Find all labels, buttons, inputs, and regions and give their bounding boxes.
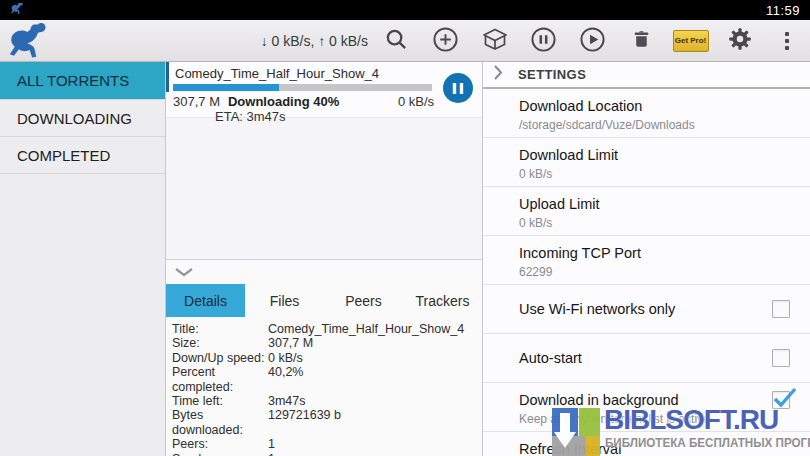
- settings-button[interactable]: [715, 20, 764, 62]
- delete-button[interactable]: [617, 20, 666, 62]
- vuze-app-screen: 11:59 ↓ 0 kB/s, ↑ 0 kB/s: [0, 0, 810, 456]
- torrent-status: Downloading 40%: [228, 94, 339, 109]
- detail-row-bytes: Bytes downloaded:129721639 b: [172, 408, 476, 437]
- search-button[interactable]: [372, 20, 421, 62]
- resume-all-button[interactable]: [568, 20, 617, 62]
- overflow-menu-button[interactable]: [764, 20, 810, 62]
- trash-icon: [630, 27, 653, 54]
- overflow-menu-icon: [785, 32, 789, 50]
- settings-header[interactable]: SETTINGS: [483, 62, 810, 89]
- torrent-name: Comedy_Time_Half_Hour_Show_4: [166, 62, 482, 81]
- settings-gear-icon: [727, 26, 753, 55]
- get-pro-button[interactable]: Get Pro!: [666, 20, 715, 62]
- search-icon: [384, 27, 409, 55]
- setting-wifi-only[interactable]: Use Wi-Fi networks only: [483, 285, 810, 334]
- detail-row-seeds: Seeds:1: [172, 452, 476, 456]
- open-torrent-button[interactable]: [470, 20, 519, 62]
- detail-row-speed: Down/Up speed:0 kB/s: [172, 351, 476, 365]
- add-torrent-button[interactable]: [421, 20, 470, 62]
- torrent-progress-fill: [173, 84, 279, 91]
- torrent-list-panel: Comedy_Time_Half_Hour_Show_4 307,7 M Dow…: [166, 62, 483, 456]
- status-frog-icon: [10, 1, 24, 19]
- detail-row-title: Title:Comedy_Time_Half_Hour_Show_4: [172, 322, 476, 336]
- setting-download-limit[interactable]: Download Limit 0 kB/s: [483, 138, 810, 187]
- resume-all-icon: [579, 26, 606, 56]
- pause-all-button[interactable]: [519, 20, 568, 62]
- tab-details[interactable]: Details: [166, 284, 245, 317]
- tab-trackers[interactable]: Trackers: [403, 284, 482, 317]
- chevron-right-icon: [493, 64, 503, 85]
- sidebar-item-all-torrents[interactable]: ALL TORRENTS: [0, 62, 165, 100]
- pause-all-icon: [530, 26, 557, 56]
- torrent-speed: 0 kB/s: [398, 94, 434, 109]
- watermark-title: BIBLSOFT.RU: [604, 404, 778, 436]
- sidebar-item-downloading[interactable]: DOWNLOADING: [0, 100, 165, 137]
- action-bar: ↓ 0 kB/s, ↑ 0 kB/s: [0, 20, 810, 62]
- detail-row-percent: Percent completed:40,2%: [172, 365, 476, 394]
- biblsoft-watermark: BIBLSOFT.RU БИБЛИОТЕКА БЕСПЛАТНЫХ ПРОГРА…: [552, 404, 810, 456]
- transfer-speed-label: ↓ 0 kB/s, ↑ 0 kB/s: [261, 33, 368, 49]
- vuze-frog-logo: [0, 22, 56, 60]
- get-pro-badge: Get Pro!: [673, 30, 709, 52]
- chevron-down-icon: [174, 263, 194, 281]
- torrent-pause-button[interactable]: [443, 73, 473, 103]
- detail-row-size: Size:307,7 M: [172, 336, 476, 350]
- torrent-size: 307,7 M: [173, 94, 220, 109]
- setting-incoming-tcp-port[interactable]: Incoming TCP Port 62299: [483, 236, 810, 285]
- setting-auto-start[interactable]: Auto-start: [483, 334, 810, 383]
- torrent-filter-sidebar: ALL TORRENTS DOWNLOADING COMPLETED: [0, 62, 166, 456]
- detail-row-timeleft: Time left:3m47s: [172, 394, 476, 408]
- torrent-detail-panel: Details Files Peers Trackers Title:Comed…: [166, 259, 482, 456]
- tab-files[interactable]: Files: [245, 284, 324, 317]
- collapse-details-handle[interactable]: [166, 260, 482, 284]
- setting-upload-limit[interactable]: Upload Limit 0 kB/s: [483, 187, 810, 236]
- torrent-row[interactable]: Comedy_Time_Half_Hour_Show_4 307,7 M Dow…: [166, 62, 482, 118]
- torrent-progress-bar: [173, 84, 432, 91]
- sidebar-item-completed[interactable]: COMPLETED: [0, 137, 165, 174]
- detail-row-peers: Peers:1: [172, 437, 476, 451]
- details-table: Title:Comedy_Time_Half_Hour_Show_4 Size:…: [166, 317, 482, 456]
- detail-tabs: Details Files Peers Trackers: [166, 284, 482, 317]
- settings-title: SETTINGS: [518, 67, 586, 82]
- clock: 11:59: [766, 3, 800, 18]
- setting-download-location[interactable]: Download Location /storage/sdcard/Vuze/D…: [483, 89, 810, 138]
- android-status-bar: 11:59: [0, 0, 810, 20]
- settings-panel: SETTINGS Download Location /storage/sdca…: [483, 62, 810, 456]
- auto-start-checkbox[interactable]: [772, 349, 790, 367]
- open-torrent-box-icon: [481, 27, 509, 55]
- wifi-only-checkbox[interactable]: [772, 300, 790, 318]
- torrent-eta: ETA: 3m47s: [215, 109, 482, 124]
- torrent-row-accent: [166, 62, 169, 92]
- watermark-subtitle: БИБЛИОТЕКА БЕСПЛАТНЫХ ПРОГРАММ: [605, 436, 810, 450]
- add-torrent-icon: [432, 26, 459, 56]
- biblsoft-download-icon: [552, 408, 600, 456]
- tab-peers[interactable]: Peers: [324, 284, 403, 317]
